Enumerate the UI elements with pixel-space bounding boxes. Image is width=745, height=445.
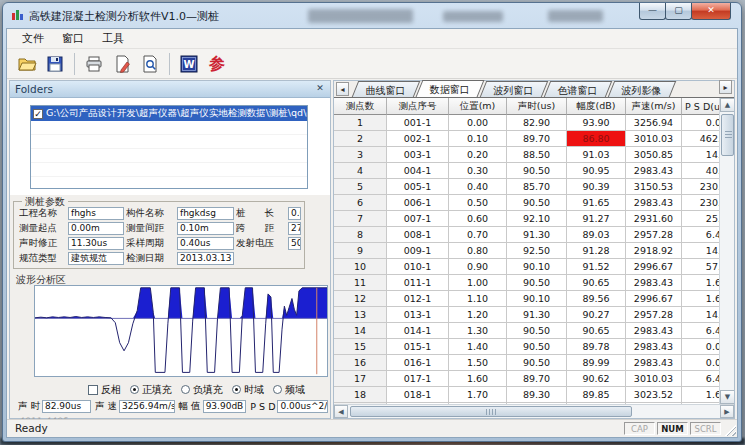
cell[interactable]: 90.50 [507,195,567,211]
param-value[interactable]: 0.40us [177,237,234,250]
cell[interactable]: 0.30 [449,163,507,179]
print-button[interactable] [80,51,108,77]
cell[interactable]: 3050.85 [626,147,682,163]
cell[interactable]: 017-1 [387,371,449,387]
table-row[interactable]: 6006-10.5090.5091.652983.43230.4 [334,195,729,211]
cell[interactable]: 90.27 [567,307,626,323]
radio-icon[interactable] [130,385,139,394]
cell[interactable]: 0.70 [449,227,507,243]
cell[interactable]: 2996.67 [626,291,682,307]
cell[interactable]: 014-1 [387,323,449,339]
table-row[interactable]: 18018-11.7089.3089.853023.521.60 [334,387,729,403]
fill-radio-1[interactable]: 负填充 [181,383,223,397]
cell[interactable]: 90.39 [567,179,626,195]
cell[interactable]: 92.50 [507,243,567,259]
table-row[interactable]: 11011-11.0090.5090.652983.431.60 [334,275,729,291]
cell[interactable]: 005-1 [387,179,449,195]
cell[interactable]: 90.50 [507,339,567,355]
param-value[interactable]: fhgkdsg [177,207,234,220]
table-row[interactable]: 17017-11.6089.7090.623010.036.40 [334,371,729,387]
cell[interactable]: 1.20 [449,307,507,323]
cell[interactable]: 3023.52 [626,387,682,403]
invert-checkbox[interactable]: 反相 [88,383,121,397]
param-value[interactable]: 0.10m [177,222,234,235]
scroll-right-icon[interactable]: ▶ [720,405,734,418]
cell[interactable]: 89.70 [507,131,567,147]
radio-icon[interactable] [232,385,241,394]
checkbox-icon[interactable] [88,385,98,395]
table-row[interactable]: 13013-11.2091.3090.272957.2814.4 [334,307,729,323]
cell[interactable]: 85.70 [507,179,567,195]
menu-item-2[interactable]: 工具 [93,29,133,48]
cell[interactable]: 91.30 [507,227,567,243]
resize-grip[interactable] [723,423,736,436]
print-preview-button[interactable] [136,51,164,77]
open-file-button[interactable] [13,51,41,77]
readout-value[interactable]: 3256.94m/s [119,400,175,413]
readout-value[interactable]: 0.00us^2/m [277,400,328,413]
table-row[interactable]: 7007-10.6092.1091.272931.6025.6 [334,211,729,227]
cell[interactable]: 2996.67 [626,259,682,275]
radio-icon[interactable] [273,385,282,394]
horizontal-scrollbar[interactable]: ◀ ▶ [334,404,734,418]
table-row[interactable]: 12012-11.1090.1089.562996.671.60 [334,291,729,307]
cell[interactable]: 3010.03 [626,131,682,147]
param-value[interactable]: 2013.03.13 [177,252,234,265]
cell[interactable]: 90.95 [567,163,626,179]
cell[interactable]: 1.40 [449,339,507,355]
cell[interactable]: 2 [334,131,387,147]
table-row[interactable]: 15015-11.4090.5089.782983.430.00 [334,339,729,355]
cell[interactable]: 10 [334,259,387,275]
domain-radio-0[interactable]: 时域 [232,383,264,397]
cell[interactable]: 90.50 [507,275,567,291]
param-value[interactable]: 0.00m [68,222,124,235]
cell[interactable]: 3 [334,147,387,163]
cell[interactable]: 88.50 [507,147,567,163]
cell[interactable]: 3256.94 [626,115,682,131]
cell[interactable]: 15 [334,339,387,355]
cell[interactable]: 1.00 [449,275,507,291]
menu-item-1[interactable]: 窗口 [53,29,93,48]
tab-1[interactable]: 数据窗口 [416,80,485,97]
cell[interactable]: 1.30 [449,323,507,339]
cell[interactable]: 0.20 [449,147,507,163]
tab-0[interactable]: 曲线窗口 [352,81,420,97]
cell[interactable]: 2983.43 [626,275,682,291]
tab-scroll-right[interactable]: ▸ [719,80,732,94]
cell[interactable]: 91.65 [567,195,626,211]
table-row[interactable]: 8008-10.7091.3089.032957.286.40 [334,227,729,243]
cell[interactable]: 13 [334,307,387,323]
table-row[interactable]: 4004-10.3090.5090.952983.4340.0 [334,163,729,179]
readout-value[interactable]: 82.90us [42,400,91,413]
cell[interactable]: 0.90 [449,259,507,275]
cell[interactable]: 008-1 [387,227,449,243]
waveform-plot[interactable] [34,285,328,377]
cell[interactable]: 90.10 [507,291,567,307]
cell[interactable]: 89.78 [567,339,626,355]
cell[interactable]: 2983.43 [626,323,682,339]
scroll-up-icon[interactable]: ▲ [720,98,734,112]
cell[interactable]: 015-1 [387,339,449,355]
minimize-button[interactable]: — [639,3,666,20]
cell[interactable]: 016-1 [387,355,449,371]
cell[interactable]: 010-1 [387,259,449,275]
table-row[interactable]: 5005-10.4085.7090.393150.53230.4 [334,179,729,195]
cell[interactable]: 2983.43 [626,195,682,211]
cell[interactable]: 9 [334,243,387,259]
cell[interactable]: 0.10 [449,131,507,147]
param-value[interactable]: 建筑规范 [68,252,124,265]
cell[interactable]: 91.30 [507,307,567,323]
cell[interactable]: 3150.53 [626,179,682,195]
cell[interactable]: 92.10 [507,211,567,227]
cell[interactable]: 6 [334,195,387,211]
table-row[interactable]: 9009-10.8092.5091.282918.9214.4 [334,243,729,259]
cell[interactable]: 16 [334,355,387,371]
cell[interactable]: 91.27 [567,211,626,227]
param-value[interactable]: 11.30us [68,237,124,250]
cell[interactable]: 2983.43 [626,355,682,371]
readout-value[interactable]: 93.90dB [203,400,247,413]
cell[interactable]: 89.03 [567,227,626,243]
close-button[interactable]: ✕ [691,3,731,20]
cell[interactable]: 89.85 [567,387,626,403]
cell[interactable]: 90.50 [507,323,567,339]
